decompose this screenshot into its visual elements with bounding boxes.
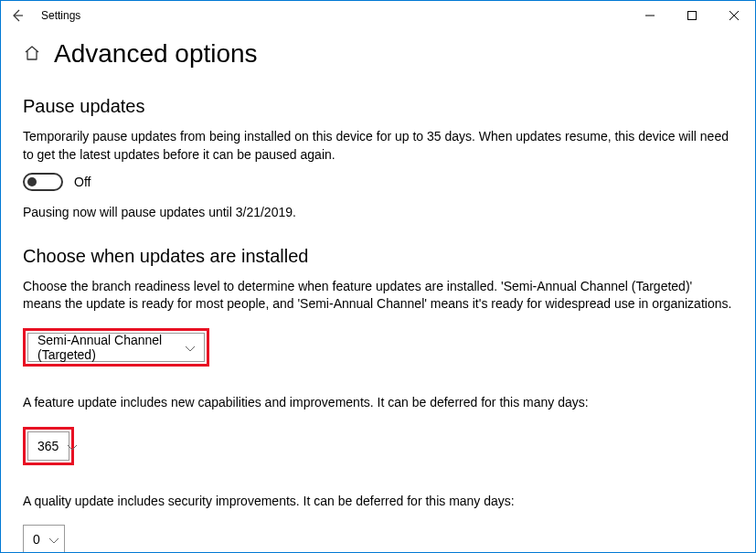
window-controls (629, 1, 755, 30)
feature-defer-dropdown[interactable]: 365 (27, 431, 69, 461)
feature-defer-description: A feature update includes new capabiliti… (23, 394, 733, 412)
pause-heading: Pause updates (23, 96, 733, 117)
titlebar: Settings (1, 1, 755, 30)
pause-description: Temporarily pause updates from being ins… (23, 128, 733, 164)
maximize-button[interactable] (671, 1, 713, 30)
minimize-icon (645, 11, 655, 20)
pause-toggle-row: Off (23, 173, 733, 191)
heading-row: Advanced options (23, 39, 733, 69)
quality-defer-description: A quality update includes security impro… (23, 493, 733, 511)
close-icon (729, 11, 739, 20)
feature-defer-section: A feature update includes new capabiliti… (23, 394, 733, 469)
pause-status: Pausing now will pause updates until 3/2… (23, 204, 733, 222)
channel-dropdown-value: Semi-Annual Channel (Targeted) (37, 333, 176, 362)
minimize-button[interactable] (629, 1, 671, 30)
channel-heading: Choose when updates are installed (23, 246, 733, 267)
pause-toggle-label: Off (74, 175, 91, 189)
channel-section: Choose when updates are installed Choose… (23, 246, 733, 370)
feature-defer-highlight: 365 (23, 427, 74, 465)
quality-defer-value: 0 (33, 532, 40, 547)
pause-toggle[interactable] (23, 173, 63, 191)
chevron-down-icon (186, 340, 195, 355)
window-title: Settings (41, 9, 80, 22)
page-title: Advanced options (54, 39, 258, 69)
content-area: Advanced options Pause updates Temporari… (1, 30, 755, 553)
close-button[interactable] (713, 1, 755, 30)
maximize-icon (687, 11, 697, 20)
chevron-down-icon (68, 439, 77, 453)
back-button[interactable] (8, 6, 27, 25)
channel-description: Choose the branch readiness level to det… (23, 278, 733, 314)
toggle-knob (27, 177, 37, 186)
svg-rect-0 (688, 12, 697, 20)
home-icon[interactable] (23, 44, 41, 65)
chevron-down-icon (49, 532, 59, 547)
quality-defer-dropdown[interactable]: 0 (23, 525, 65, 553)
titlebar-left: Settings (8, 6, 80, 25)
feature-defer-value: 365 (37, 439, 59, 453)
channel-dropdown[interactable]: Semi-Annual Channel (Targeted) (27, 333, 205, 362)
channel-highlight: Semi-Annual Channel (Targeted) (23, 328, 209, 367)
quality-defer-section: A quality update includes security impro… (23, 493, 733, 553)
back-arrow-icon (10, 8, 25, 23)
